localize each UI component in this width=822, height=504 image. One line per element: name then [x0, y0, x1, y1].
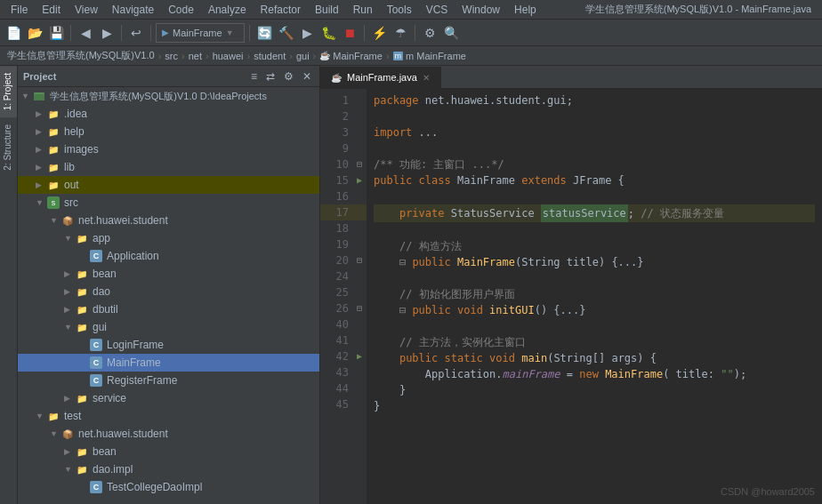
gui-arrow: ▼: [64, 323, 75, 332]
save-button[interactable]: 💾: [46, 23, 66, 43]
tree-service[interactable]: ▶ 📁 service: [18, 389, 319, 407]
tree-mainframe[interactable]: ▶ C MainFrame: [18, 354, 319, 372]
application-class-icon: C: [89, 249, 103, 263]
dao-folder-icon: 📁: [75, 284, 89, 299]
package-test-arrow: ▼: [50, 429, 60, 438]
menu-help[interactable]: Help: [507, 2, 544, 18]
breadcrumb-member: m m MainFrame: [393, 51, 466, 61]
breadcrumb-student[interactable]: student: [254, 51, 286, 61]
menu-tools[interactable]: Tools: [380, 2, 419, 18]
breadcrumb-gui[interactable]: gui: [296, 51, 310, 61]
tree-gui[interactable]: ▼ 📁 gui: [18, 318, 319, 336]
menu-vcs[interactable]: VCS: [419, 2, 455, 18]
profile-button[interactable]: ⚡: [369, 23, 389, 43]
tab-close-button[interactable]: ✕: [423, 73, 430, 83]
tree-bean-test[interactable]: ▶ 📁 bean: [18, 443, 319, 460]
menu-view[interactable]: View: [68, 2, 105, 18]
menu-refactor[interactable]: Refactor: [254, 2, 308, 18]
app-arrow: ▼: [64, 234, 75, 243]
tree-loginframe[interactable]: ▶ C LoginFrame: [18, 336, 319, 354]
app-folder-icon: 📁: [75, 231, 89, 245]
search-everywhere-button[interactable]: 🔍: [441, 23, 461, 43]
structure-tab[interactable]: 2: Structure: [0, 117, 17, 178]
menu-analyze[interactable]: Analyze: [201, 2, 254, 18]
menu-navigate[interactable]: Navigate: [105, 2, 161, 18]
tree-dao[interactable]: ▶ 📁 dao: [18, 283, 319, 300]
coverage-button[interactable]: ☂: [391, 23, 410, 43]
src-arrow: ▼: [36, 198, 46, 207]
menu-file[interactable]: File: [4, 2, 35, 18]
back-button[interactable]: ◀: [76, 23, 95, 43]
close-panel-button[interactable]: ✕: [300, 68, 314, 84]
code-content[interactable]: package net.huawei.student.gui; import .…: [367, 89, 822, 504]
menu-edit[interactable]: Edit: [35, 2, 68, 18]
menu-code[interactable]: Code: [161, 2, 201, 18]
breadcrumb-project[interactable]: 学生信息管理系统(MySQL版)V1.0: [7, 49, 155, 62]
undo-button[interactable]: ↩: [126, 23, 146, 43]
test-folder-icon: 📁: [46, 409, 60, 423]
tree-package-main[interactable]: ▼ 📦 net.huawei.student: [18, 212, 319, 229]
menu-run[interactable]: Run: [346, 2, 380, 18]
code-line-20: ⊟ public MainFrame(String title) {...}: [374, 254, 815, 270]
forward-button[interactable]: ▶: [97, 23, 117, 43]
tree-src[interactable]: ▼ s src: [18, 194, 319, 212]
tree-testcollegedaoimpl[interactable]: ▶ C TestCollegeDaoImpl: [18, 478, 319, 496]
tree-root[interactable]: ▼ 学生信息管理系统(MySQL版)V1.0 D:\IdeaProjects: [18, 87, 319, 105]
dao-impl-arrow: ▼: [64, 465, 75, 474]
debug-button[interactable]: 🐛: [318, 23, 338, 43]
tree-images[interactable]: ▶ 📁 images: [18, 140, 319, 158]
breadcrumb-src[interactable]: src: [165, 51, 178, 61]
settings-tree-button[interactable]: ⚙: [281, 68, 296, 84]
tree-application[interactable]: ▶ C Application: [18, 247, 319, 265]
run-config-dropdown[interactable]: ▶ MainFrame ▼: [156, 23, 245, 43]
project-tab[interactable]: 1: Project: [0, 66, 17, 117]
login-arrow: ▶: [78, 340, 89, 349]
stop-button[interactable]: ⏹: [340, 23, 359, 43]
tree-dao-impl[interactable]: ▼ 📁 dao.impl: [18, 460, 319, 478]
tree-test[interactable]: ▼ 📁 test: [18, 407, 319, 425]
breadcrumb-huawei[interactable]: huawei: [213, 51, 244, 61]
run-button[interactable]: ▶: [297, 23, 317, 43]
breadcrumb-file[interactable]: ☕ MainFrame: [319, 51, 383, 61]
editor-area: ☕ MainFrame.java ✕ 1 2 3 9 10⊟ 15▶ 16 17…: [320, 66, 822, 504]
open-button[interactable]: 📂: [25, 23, 44, 43]
tree-registerframe[interactable]: ▶ C RegisterFrame: [18, 372, 319, 389]
dbutil-label: dbutil: [93, 303, 118, 316]
tree-dbutil[interactable]: ▶ 📁 dbutil: [18, 300, 319, 318]
build-button[interactable]: 🔨: [276, 23, 295, 43]
code-line-18: [374, 222, 815, 238]
tree-app[interactable]: ▼ 📁 app: [18, 229, 319, 247]
registerframe-label: RegisterFrame: [107, 374, 177, 387]
breadcrumb: 学生信息管理系统(MySQL版)V1.0 › src › net › huawe…: [0, 46, 822, 66]
code-line-44: }: [374, 382, 815, 398]
breadcrumb-net[interactable]: net: [189, 51, 202, 61]
service-label: service: [93, 392, 126, 404]
package-test-icon: 📦: [60, 427, 75, 441]
dao-impl-folder-icon: 📁: [75, 462, 89, 476]
tree-help[interactable]: ▶ 📁 help: [18, 123, 319, 140]
tree-package-test[interactable]: ▼ 📦 net.huawei.student: [18, 425, 319, 443]
panel-title: Project: [23, 71, 245, 82]
lib-label: lib: [64, 161, 75, 173]
lib-folder-icon: 📁: [46, 160, 60, 174]
app-label: app: [93, 232, 110, 244]
sync-button[interactable]: 🔄: [254, 23, 274, 43]
package-test-label: net.huawei.student: [78, 428, 168, 440]
collapse-all-button[interactable]: ≡: [248, 68, 260, 84]
sync-tree-button[interactable]: ⇄: [263, 68, 278, 84]
editor-tab-mainframe[interactable]: ☕ MainFrame.java ✕: [320, 67, 441, 88]
code-line-16: [374, 188, 815, 204]
tree-out[interactable]: ▶ 📁 out: [18, 176, 319, 194]
code-line-41: // 主方法，实例化主窗口: [374, 334, 815, 350]
settings-button[interactable]: ⚙: [420, 23, 439, 43]
tree-bean[interactable]: ▶ 📁 bean: [18, 265, 319, 283]
new-file-button[interactable]: 📄: [4, 23, 23, 43]
menu-build[interactable]: Build: [308, 2, 346, 18]
code-line-24: [374, 270, 815, 286]
gui-label: gui: [93, 321, 107, 333]
tree-idea[interactable]: ▶ 📁 .idea: [18, 105, 319, 123]
menu-window[interactable]: Window: [455, 2, 507, 18]
tree-lib[interactable]: ▶ 📁 lib: [18, 158, 319, 176]
help-folder-icon: 📁: [46, 124, 60, 139]
gui-folder-icon: 📁: [75, 320, 89, 334]
